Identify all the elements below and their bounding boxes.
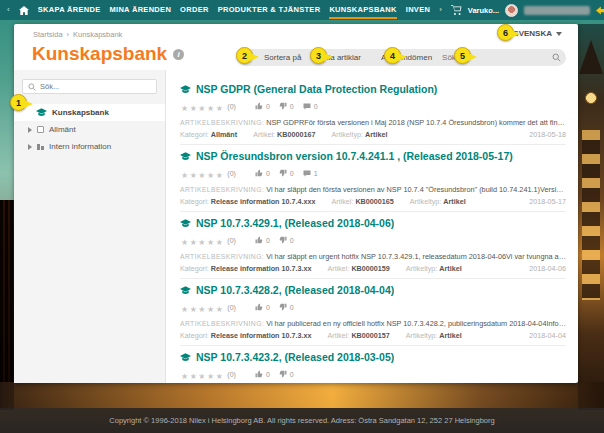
- breadcrumb: Startsida › Kunskapsbank: [33, 30, 122, 39]
- thumbs-up-count: 0: [266, 371, 270, 378]
- rating-count: (0): [227, 237, 236, 244]
- article-title-link[interactable]: NSP Öresundsbron version 10.7.4.241.1 , …: [196, 150, 513, 162]
- article-id-label: Artikel:: [327, 264, 349, 273]
- article-list: NSP GDPR (General Data Protection Regula…: [166, 70, 578, 383]
- article-id-value: KB0000167: [277, 130, 315, 139]
- nav-item-produkter[interactable]: PRODUKTER & TJÄNSTER: [218, 1, 321, 19]
- thumbs-down-count: 0: [290, 237, 294, 244]
- article-id-label: Artikel:: [327, 331, 349, 340]
- description-label: ARTIKELBESKRIVNING:: [180, 320, 264, 327]
- thumbs-down-icon[interactable]: [279, 303, 287, 311]
- article-meta-row: Kategori: Release information 10.7.3.xx …: [180, 264, 566, 273]
- cart-label[interactable]: Varuko...: [468, 6, 499, 15]
- star-rating-icons[interactable]: [181, 97, 224, 115]
- sidebar-search-input[interactable]: [40, 82, 151, 91]
- top-navbar: ‹ SKAPA ÄRENDE MINA ÄRENDEN ORDER PRODUK…: [0, 0, 604, 20]
- star-rating-icons[interactable]: [181, 365, 224, 383]
- description-label: ARTIKELBESKRIVNING:: [180, 186, 264, 193]
- nav-item-mina-arenden[interactable]: MINA ÄRENDEN: [109, 1, 171, 19]
- thumbs-up-icon[interactable]: [255, 102, 263, 110]
- expand-arrow-icon[interactable]: [28, 127, 32, 133]
- article-description: ARTIKELBESKRIVNING: Vi har släppt den fö…: [180, 185, 566, 194]
- star-rating-icons[interactable]: [181, 231, 224, 249]
- description-label: ARTIKELBESKRIVNING:: [180, 119, 264, 126]
- category-value: Release information 10.7.4.xxx: [211, 197, 316, 206]
- category-value: Release information 10.7.3.xx: [211, 264, 312, 273]
- articletype-value: Artikel: [365, 130, 387, 139]
- rating-count: (0): [227, 170, 236, 177]
- category-label: Kategori:: [180, 331, 209, 340]
- nav-item-skapa-arende[interactable]: SKAPA ÄRENDE: [38, 1, 101, 19]
- chevron-down-icon: [556, 32, 562, 36]
- breadcrumb-home-link[interactable]: Startsida: [33, 30, 63, 39]
- article-list-item: NSP GDPR (General Data Protection Regula…: [180, 78, 566, 145]
- nav-scroll-right-icon[interactable]: ›: [439, 0, 442, 20]
- cart-icon[interactable]: [451, 5, 462, 15]
- category-sidebar: Kunskapsbank Allmänt Intern information: [14, 70, 166, 383]
- article-description: ARTIKELBESKRIVNING: Vi har publicerad en…: [180, 319, 566, 328]
- category-label: Kategori:: [180, 264, 209, 273]
- home-icon[interactable]: [19, 6, 29, 15]
- article-title-link[interactable]: NSP 10.7.3.423.2, (Released 2018-03-05): [196, 351, 394, 363]
- back-arrow-icon[interactable]: [596, 6, 604, 15]
- annotation-callout-1: 1: [10, 94, 27, 111]
- sidebar-item-allmant[interactable]: Allmänt: [14, 121, 165, 138]
- articletype-label: Artikeltyp:: [410, 197, 442, 206]
- article-list-item: NSP 10.7.3.428.2, (Released 2018-04-04) …: [180, 279, 566, 346]
- thumbs-down-icon[interactable]: [279, 169, 287, 177]
- nav-item-kunskapsbank[interactable]: KUNSKAPSBANK: [329, 1, 396, 19]
- comment-icon[interactable]: [303, 170, 311, 177]
- article-title-link[interactable]: NSP 10.7.3.428.2, (Released 2018-04-04): [196, 284, 394, 296]
- articletype-label: Artikeltyp:: [331, 130, 363, 139]
- nav-item-order[interactable]: ORDER: [180, 1, 209, 19]
- graduation-cap-icon: [180, 152, 191, 161]
- thumbs-down-icon[interactable]: [279, 236, 287, 244]
- thumbs-up-icon[interactable]: [255, 370, 263, 378]
- thumbs-up-icon[interactable]: [255, 236, 263, 244]
- tower-roof: [579, 40, 603, 74]
- category-checkbox-icon: [37, 126, 44, 133]
- article-title-link[interactable]: NSP 10.7.3.429.1, (Released 2018-04-06): [196, 217, 394, 229]
- annotation-callout-6: 6: [497, 24, 514, 41]
- thumbs-up-icon[interactable]: [255, 303, 263, 311]
- search-icon[interactable]: [552, 53, 561, 62]
- thumbs-up-count: 0: [266, 170, 270, 177]
- thumbs-down-icon[interactable]: [279, 102, 287, 110]
- category-value: Release information 10.7.3.xx: [211, 331, 312, 340]
- star-rating-icons[interactable]: [181, 164, 224, 182]
- nav-item-inventarier[interactable]: INVEN: [406, 1, 430, 19]
- description-label: ARTIKELBESKRIVNING:: [180, 253, 264, 260]
- rating-count: (0): [227, 304, 236, 311]
- tower-clock: [585, 92, 597, 104]
- tree-item-label: Kunskapsbank: [52, 108, 109, 117]
- article-title-link[interactable]: NSP GDPR (General Data Protection Regula…: [196, 83, 437, 95]
- description-text: Vi har publicerad en ny officiell hotfix…: [266, 319, 566, 328]
- thumbs-up-icon[interactable]: [255, 169, 263, 177]
- user-name-redacted[interactable]: [524, 6, 590, 15]
- graduation-cap-icon: [180, 286, 191, 295]
- comment-icon[interactable]: [303, 103, 311, 110]
- breadcrumb-separator: ›: [67, 30, 70, 39]
- thumbs-up-count: 0: [266, 237, 270, 244]
- thumbs-down-count: 0: [290, 304, 294, 311]
- category-value: Allmänt: [211, 130, 237, 139]
- breadcrumb-current: Kunskapsbank: [73, 30, 122, 39]
- article-id-value: KB0000159: [351, 264, 389, 273]
- user-avatar[interactable]: [505, 4, 518, 17]
- expand-arrow-icon[interactable]: [28, 144, 32, 150]
- article-date: 2018-04-06: [529, 264, 566, 273]
- thumbs-up-count: 0: [266, 103, 270, 110]
- description-text: NSP GDPRFör första versionen i Maj 2018 …: [266, 118, 566, 127]
- content-card: Startsida › Kunskapsbank SVENSKA Kunskap…: [14, 24, 578, 383]
- article-meta-row: Kategori: Allmänt Artikel: KB0000167 Art…: [180, 130, 566, 139]
- thumbs-up-count: 0: [266, 304, 270, 311]
- thumbs-down-icon[interactable]: [279, 370, 287, 378]
- annotation-callout-4: 4: [384, 47, 401, 64]
- nav-scroll-left-icon[interactable]: ‹: [7, 0, 10, 20]
- sidebar-item-intern-information[interactable]: Intern information: [14, 138, 165, 155]
- info-icon[interactable]: i: [173, 49, 184, 60]
- graduation-cap-icon: [180, 85, 191, 94]
- background-sunset-strip: [0, 382, 604, 408]
- category-label: Kategori:: [180, 197, 209, 206]
- star-rating-icons[interactable]: [181, 298, 224, 316]
